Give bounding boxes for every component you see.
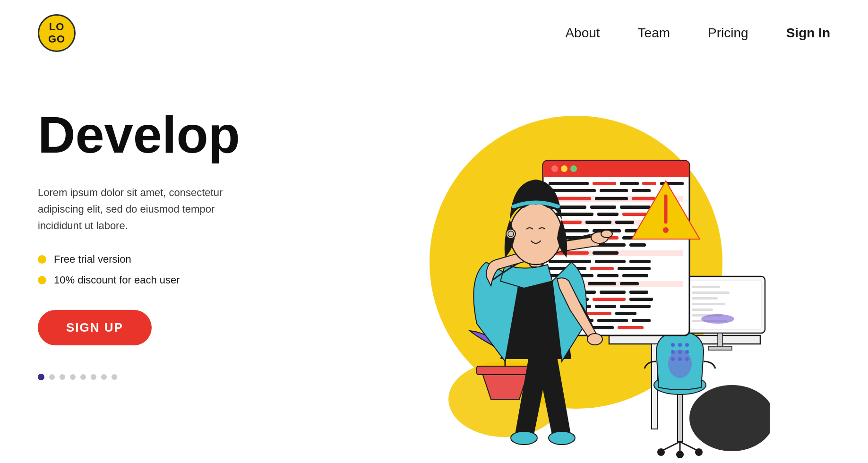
svg-rect-102: [597, 319, 628, 322]
feature-item-1: Free trial version: [38, 253, 284, 266]
svg-point-2: [689, 385, 770, 451]
svg-rect-81: [618, 267, 651, 270]
svg-rect-90: [600, 291, 626, 294]
pagination-dot-5[interactable]: [91, 374, 96, 380]
svg-point-113: [511, 431, 537, 445]
bullet-dot-2: [38, 276, 46, 284]
illustration-panel: [284, 80, 830, 463]
svg-rect-103: [632, 319, 651, 322]
svg-point-34: [701, 314, 734, 324]
svg-rect-62: [585, 221, 611, 224]
svg-rect-42: [593, 182, 616, 185]
logo-text-1: LO: [49, 21, 65, 33]
svg-point-10: [676, 451, 684, 458]
svg-rect-43: [620, 182, 639, 185]
signup-button[interactable]: SIGN UP: [38, 310, 152, 345]
svg-point-121: [508, 231, 514, 237]
feature-item-2: 10% discount for each user: [38, 274, 284, 286]
svg-rect-27: [692, 286, 720, 288]
svg-rect-29: [692, 297, 718, 300]
svg-rect-91: [629, 291, 648, 294]
bullet-dot-1: [38, 255, 46, 264]
svg-rect-48: [632, 189, 651, 192]
svg-point-9: [695, 448, 703, 456]
svg-rect-76: [549, 260, 591, 263]
nav-team[interactable]: Team: [638, 26, 670, 41]
svg-point-38: [551, 165, 558, 172]
pagination-dots: [38, 374, 284, 380]
svg-rect-93: [593, 298, 626, 301]
svg-rect-30: [692, 303, 725, 305]
svg-rect-111: [477, 366, 533, 375]
svg-rect-78: [629, 260, 651, 263]
svg-point-8: [657, 448, 665, 456]
svg-rect-88: [620, 282, 639, 285]
hero-description: Lorem ipsum dolor sit amet, consectetur …: [38, 184, 227, 234]
svg-rect-72: [629, 243, 646, 247]
nav-signin[interactable]: Sign In: [786, 26, 830, 41]
left-panel: Develop Lorem ipsum dolor sit amet, cons…: [38, 80, 284, 380]
pagination-dot-0[interactable]: [38, 374, 44, 380]
svg-rect-31: [692, 309, 713, 311]
nav-pricing[interactable]: Pricing: [708, 26, 748, 41]
svg-rect-58: [597, 213, 619, 216]
pagination-dot-1[interactable]: [49, 374, 55, 380]
feature-text-1: Free trial version: [54, 253, 131, 266]
svg-rect-63: [615, 221, 634, 224]
svg-rect-100: [615, 312, 636, 315]
svg-point-13: [671, 343, 675, 347]
svg-rect-41: [549, 182, 589, 185]
illustration: [344, 78, 770, 463]
svg-rect-87: [588, 282, 616, 285]
svg-rect-54: [590, 206, 616, 209]
svg-point-110: [663, 227, 669, 233]
svg-rect-80: [590, 267, 614, 270]
svg-rect-44: [642, 182, 656, 185]
feature-text-2: 10% discount for each user: [54, 274, 180, 286]
svg-rect-46: [549, 189, 596, 192]
svg-point-39: [561, 165, 567, 172]
pagination-dot-7[interactable]: [112, 374, 117, 380]
svg-rect-25: [718, 333, 722, 347]
main-nav: About Team Pricing Sign In: [565, 26, 830, 41]
svg-rect-75: [593, 251, 619, 255]
svg-rect-96: [595, 305, 616, 308]
svg-rect-94: [629, 298, 653, 301]
svg-rect-28: [692, 292, 730, 294]
svg-rect-106: [618, 326, 644, 329]
hero-title: Develop: [38, 109, 284, 161]
svg-point-40: [570, 165, 577, 172]
svg-point-14: [678, 343, 682, 347]
svg-point-117: [587, 334, 602, 345]
svg-rect-84: [622, 274, 648, 277]
logo-text-2: GO: [48, 33, 65, 45]
pagination-dot-4[interactable]: [80, 374, 86, 380]
svg-rect-47: [600, 189, 628, 192]
features-list: Free trial version 10% discount for each…: [38, 253, 284, 286]
svg-point-116: [601, 230, 612, 238]
svg-point-15: [685, 343, 689, 347]
nav-about[interactable]: About: [565, 26, 600, 41]
svg-rect-26: [708, 346, 732, 350]
svg-point-119: [510, 203, 562, 265]
svg-rect-55: [620, 206, 651, 209]
svg-rect-51: [595, 197, 628, 200]
pagination-dot-3[interactable]: [70, 374, 76, 380]
svg-rect-97: [620, 305, 651, 308]
svg-point-114: [549, 431, 575, 445]
pagination-dot-2[interactable]: [60, 374, 65, 380]
svg-rect-77: [595, 260, 626, 263]
logo[interactable]: LO GO: [38, 14, 76, 52]
svg-rect-52: [632, 197, 655, 200]
pagination-dot-6[interactable]: [101, 374, 107, 380]
svg-rect-83: [597, 274, 619, 277]
svg-rect-99: [585, 312, 611, 315]
svg-point-22: [668, 350, 692, 378]
